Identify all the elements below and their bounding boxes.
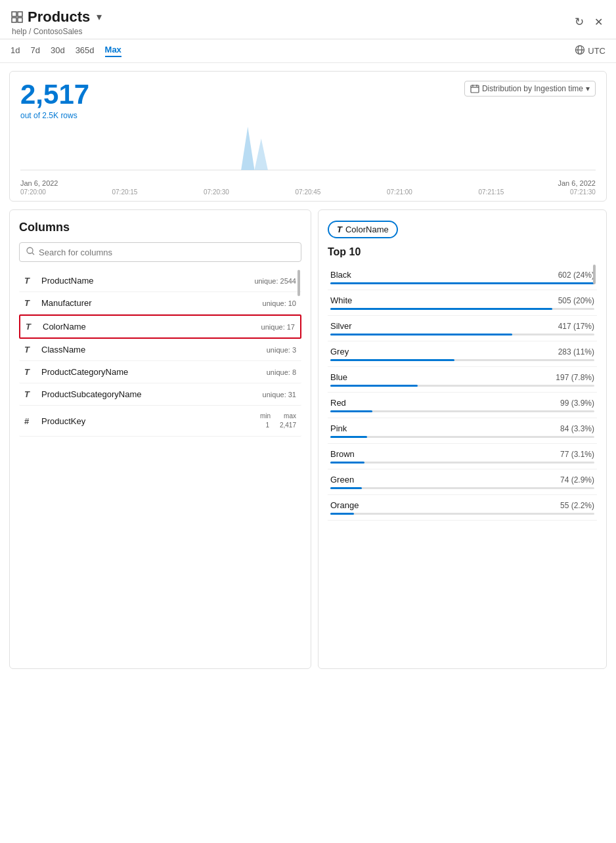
column-item-manufacturer[interactable]: T Manufacturer unique: 10	[19, 292, 301, 314]
svg-point-14	[27, 248, 33, 253]
item-value-orange: 55 (2.2%)	[560, 501, 594, 510]
search-icon	[26, 247, 35, 257]
utc-button[interactable]: UTC	[575, 45, 605, 57]
dist-subtitle: out of 2.5K rows	[20, 111, 89, 120]
tab-7d[interactable]: 7d	[30, 45, 39, 56]
item-value-black: 602 (24%)	[558, 270, 594, 280]
list-item: Orange 55 (2.2%)	[328, 495, 597, 521]
list-item: Brown 77 (3.1%)	[328, 444, 597, 469]
col-type-text-icon: T	[24, 276, 36, 286]
svg-rect-3	[18, 18, 22, 22]
col-name-productname: ProductName	[41, 276, 254, 286]
search-input[interactable]	[39, 248, 294, 257]
column-item-classname[interactable]: T ClassName unique: 3	[19, 339, 301, 361]
top10-list-scrollbar[interactable]	[593, 265, 596, 284]
col-meta-productsubcategoryname: unique: 31	[263, 391, 296, 399]
col-name-productkey: ProductKey	[41, 416, 260, 426]
column-item-productkey[interactable]: # ProductKey minmax 12,417	[19, 406, 301, 437]
item-value-blue: 197 (7.8%)	[556, 373, 594, 382]
time-0: 07:20:00	[20, 188, 46, 196]
calendar-icon	[470, 84, 479, 93]
col-meta-productname: unique: 2544	[254, 277, 296, 285]
time-6: 07:21:30	[570, 188, 596, 196]
list-item: Green 74 (2.9%)	[328, 469, 597, 495]
item-value-green: 74 (2.9%)	[560, 475, 594, 485]
list-item: Grey 283 (11%)	[328, 341, 597, 367]
item-value-silver: 417 (17%)	[558, 322, 594, 331]
item-value-pink: 84 (3.3%)	[560, 424, 594, 433]
page-title: Products	[28, 9, 90, 26]
col-name-productcategoryname: ProductCategoryName	[41, 367, 267, 377]
col-name-colorname: ColorName	[43, 322, 261, 332]
item-label-green: Green	[330, 475, 354, 485]
col-type-text-icon: T	[24, 367, 36, 377]
column-list-scrollbar[interactable]	[297, 270, 300, 296]
dist-filter-label: Distribution by Ingestion time	[482, 84, 583, 93]
header-actions: ↻ ✕	[572, 12, 605, 32]
distribution-chart	[20, 125, 596, 171]
header: Products ▾ help / ContosoSales ↻ ✕	[0, 0, 616, 39]
title-dropdown-button[interactable]: ▾	[94, 8, 104, 26]
time-1: 07:20:15	[112, 188, 138, 196]
col-name-classname: ClassName	[41, 345, 267, 355]
col-type-text-icon: T	[24, 345, 36, 355]
right-panel: T ColorName Top 10 Black 602 (24%) White…	[318, 209, 607, 669]
time-3: 07:20:45	[296, 188, 321, 196]
close-button[interactable]: ✕	[592, 13, 605, 31]
svg-marker-12	[241, 127, 254, 170]
list-item: Black 602 (24%)	[328, 265, 597, 290]
column-item-productcategoryname[interactable]: T ProductCategoryName unique: 8	[19, 361, 301, 383]
top10-list: Black 602 (24%) White 505 (20%) Silver 4…	[328, 265, 597, 521]
tab-max[interactable]: Max	[105, 45, 121, 57]
tab-1d[interactable]: 1d	[11, 45, 20, 56]
list-item: Blue 197 (7.8%)	[328, 367, 597, 393]
col-type-text-icon: T	[24, 389, 36, 399]
col-type-text-icon: T	[24, 298, 36, 308]
col-type-hash-icon: #	[24, 416, 36, 426]
item-value-white: 505 (20%)	[558, 296, 594, 305]
item-value-brown: 77 (3.1%)	[560, 450, 594, 459]
column-item-colorname[interactable]: T ColorName unique: 17	[19, 314, 301, 339]
item-label-white: White	[330, 295, 352, 305]
main-content: Columns T ProductName unique: 2544 T Man…	[9, 209, 607, 669]
item-label-red: Red	[330, 398, 346, 408]
chevron-down-icon: ▾	[97, 11, 102, 23]
svg-rect-7	[471, 85, 479, 93]
columns-title: Columns	[19, 221, 301, 234]
col-meta-colorname: unique: 17	[261, 323, 295, 331]
item-value-grey: 283 (11%)	[558, 347, 594, 357]
col-meta-manufacturer: unique: 10	[263, 299, 296, 307]
date-left: Jan 6, 2022	[20, 179, 58, 187]
dist-top: 2,517 out of 2.5K rows Distribution by I…	[20, 81, 596, 120]
col-meta-productcategoryname: unique: 8	[267, 368, 296, 376]
breadcrumb: help / ContosoSales	[11, 27, 104, 36]
header-left: Products ▾ help / ContosoSales	[11, 8, 104, 36]
time-5: 07:21:15	[479, 188, 504, 196]
header-title-container: Products ▾	[11, 8, 104, 26]
chart-timeline: 07:20:00 07:20:15 07:20:30 07:20:45 07:2…	[20, 188, 596, 196]
column-item-productsubcategoryname[interactable]: T ProductSubcategoryName unique: 31	[19, 383, 301, 406]
tab-30d[interactable]: 30d	[51, 45, 65, 56]
item-label-grey: Grey	[330, 347, 349, 357]
svg-rect-2	[12, 18, 16, 22]
item-label-pink: Pink	[330, 423, 347, 433]
column-item-productname[interactable]: T ProductName unique: 2544	[19, 270, 301, 292]
distribution-card: 2,517 out of 2.5K rows Distribution by I…	[9, 71, 607, 202]
distribution-filter-button[interactable]: Distribution by Ingestion time ▾	[464, 81, 596, 97]
tab-365d[interactable]: 365d	[76, 45, 95, 56]
svg-line-15	[32, 253, 34, 255]
svg-rect-1	[18, 12, 22, 16]
search-box-container	[19, 242, 301, 262]
dist-count-container: 2,517 out of 2.5K rows	[20, 81, 89, 120]
item-label-brown: Brown	[330, 449, 355, 459]
col-name-manufacturer: Manufacturer	[41, 298, 263, 308]
badge-type-icon: T	[337, 225, 342, 234]
utc-label: UTC	[588, 46, 605, 56]
refresh-button[interactable]: ↻	[572, 12, 586, 32]
grid-icon	[11, 11, 24, 24]
item-label-black: Black	[330, 270, 351, 280]
time-filter-bar: 1d 7d 30d 365d Max UTC	[0, 39, 616, 63]
columns-panel: Columns T ProductName unique: 2544 T Man…	[9, 209, 311, 669]
col-meta-classname: unique: 3	[267, 346, 296, 354]
list-item: White 505 (20%)	[328, 290, 597, 316]
